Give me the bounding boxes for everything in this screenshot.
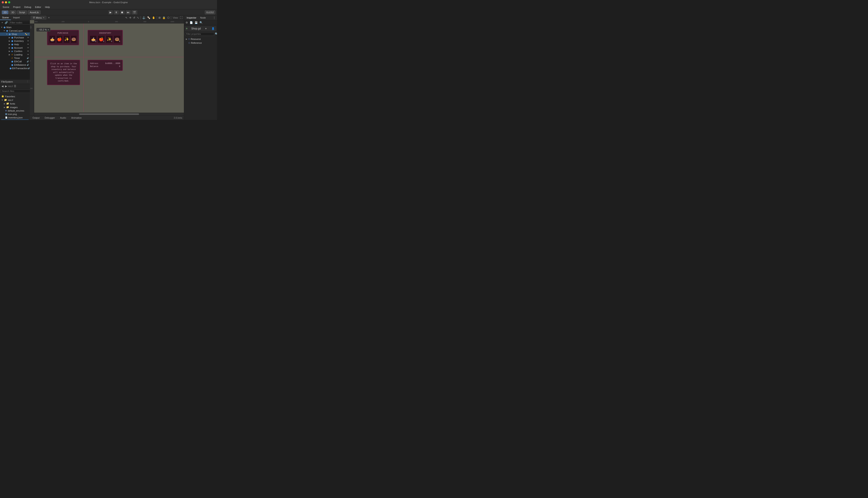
tab-output[interactable]: Output: [30, 116, 42, 119]
bone-tool[interactable]: 🦴: [146, 16, 151, 19]
link-button[interactable]: 🔗: [4, 21, 9, 25]
movie-button[interactable]: 🎬: [131, 10, 137, 14]
scroll-thumb-h[interactable]: [79, 113, 139, 115]
scrollbar-horizontal[interactable]: [34, 113, 184, 115]
filter-search-icon[interactable]: 🔍: [214, 32, 217, 36]
inspector-options[interactable]: ⋮: [212, 16, 216, 19]
zoom-in-icon[interactable]: +: [48, 28, 49, 31]
fs-search-input[interactable]: [1, 89, 33, 93]
close-button[interactable]: [2, 1, 4, 3]
fs-forward-button[interactable]: ▶: [4, 84, 8, 88]
purchase-item-0[interactable]: 🥧: [49, 36, 55, 43]
pause-button[interactable]: ⏸: [114, 10, 119, 14]
tree-item-ethbalance[interactable]: ▶ ⬤ EthBalance 🔊: [0, 63, 30, 67]
label-shop: Shop: [12, 33, 17, 36]
tree-item-timer[interactable]: ▶ ⏱ Timer 🔊: [0, 56, 30, 60]
scale-tool[interactable]: ⤡: [136, 16, 140, 19]
fs-item-default-env[interactable]: ⚙ default_env.tres: [1, 109, 29, 113]
fs-item-inventory-json[interactable]: 📄 inventory.json: [1, 116, 29, 119]
fonts-label: fonts: [10, 102, 15, 105]
tree-item-main[interactable]: ▼ ⬤ Main: [0, 26, 30, 29]
tree-item-help[interactable]: ▶ ⬤ Help 👁: [0, 43, 30, 46]
menu-editor[interactable]: Editor: [33, 5, 43, 9]
purchase-item-3[interactable]: 🍩: [71, 36, 77, 43]
group-tool[interactable]: ⬡: [167, 16, 170, 19]
tree-item-ethtransaction[interactable]: ▶ ⬤ EthTransaction 🔊: [0, 67, 30, 70]
tree-item-inventory[interactable]: ▶ ⬤ Inventory 👁: [0, 39, 30, 43]
select-tool[interactable]: ↖: [125, 16, 128, 19]
tree-item-canvaslayer[interactable]: ▼ ⬤ CanvasLayer: [0, 29, 30, 32]
pan-tool[interactable]: ✋: [151, 16, 156, 19]
tab-node[interactable]: Node: [199, 16, 207, 19]
tab-animation[interactable]: Animation: [69, 116, 84, 119]
grid-snap-tool[interactable]: ⊞: [158, 16, 161, 19]
res-label: res://: [8, 99, 13, 101]
tab-debugger[interactable]: Debugger: [42, 116, 58, 119]
stop-button[interactable]: ⏹: [119, 10, 125, 14]
filesystem-options[interactable]: ⋮: [26, 80, 29, 83]
fs-item-icon-png[interactable]: 🖼 icon.png: [1, 113, 29, 116]
play-button[interactable]: ▶: [108, 10, 113, 14]
filter-nodes-input[interactable]: [9, 21, 30, 25]
move-tool[interactable]: ✛: [129, 16, 132, 19]
inspector-person[interactable]: 👤: [211, 27, 215, 30]
tab-close-button[interactable]: ✕: [43, 16, 44, 19]
icon-ethcall: ⬤: [11, 60, 14, 63]
step-button[interactable]: ⏭: [126, 10, 131, 14]
inspector-back[interactable]: ⚙: [185, 21, 189, 25]
tab-import[interactable]: Import: [11, 15, 22, 20]
new-tab-button[interactable]: +: [48, 16, 50, 19]
fullscreen-view-button[interactable]: ⛶: [179, 16, 183, 19]
fullscreen-button[interactable]: [8, 1, 10, 3]
gles-label[interactable]: GLES2: [205, 11, 215, 14]
section-reference-label: Reference: [191, 42, 202, 44]
fs-item-fonts[interactable]: ▶ 📁 fonts: [1, 102, 29, 105]
canvas-tab-menu[interactable]: 🎬 Menu ✕: [31, 16, 46, 19]
center-v-line: [84, 24, 84, 112]
inspector-search-big[interactable]: 🔍: [199, 21, 203, 25]
tree-item-loading[interactable]: ▶ ⏱ Loading 👁: [0, 53, 30, 56]
tree-item-account[interactable]: ▶ ⬤ Account 👁: [0, 46, 30, 50]
add-node-button[interactable]: +: [1, 21, 4, 25]
fs-back-button[interactable]: ◀: [1, 84, 4, 88]
minimize-button[interactable]: [5, 1, 7, 3]
tab-scene[interactable]: Scene: [0, 15, 11, 20]
fs-item-images[interactable]: ▶ 📁 images: [1, 105, 29, 109]
tree-item-ethcall[interactable]: ▶ ⬤ EthCall 🔊: [0, 60, 30, 63]
section-reference[interactable]: ⬡ Reference: [185, 41, 216, 45]
lock-tool[interactable]: 🔒: [162, 16, 166, 19]
tree-item-purchase[interactable]: ▶ ⬤ Purchase 👁: [0, 36, 30, 39]
tab-inspector[interactable]: Inspector: [185, 16, 198, 19]
3d-button[interactable]: 3D: [9, 11, 16, 14]
inspector-header-toolbar: ⚙ 📄 💾 🔍: [184, 20, 217, 25]
purchase-item-1[interactable]: 🍎: [56, 36, 63, 43]
menu-help[interactable]: Help: [43, 5, 52, 9]
inspector-save[interactable]: 💾: [194, 21, 199, 25]
menu-scene[interactable]: Scene: [1, 5, 11, 9]
2d-button[interactable]: 2D: [2, 11, 9, 14]
section-resource[interactable]: ▶ ⬡ Resource: [185, 37, 216, 41]
inspector-file[interactable]: 📄: [189, 21, 193, 25]
fs-item-res[interactable]: ▼ 📁 res://: [1, 98, 29, 102]
fs-list-view-button[interactable]: ☰: [13, 84, 17, 88]
menu-debug[interactable]: Debug: [23, 5, 33, 9]
canvas-content[interactable]: - 63.2 % + PURCHASE 🥧 🍎: [34, 24, 184, 112]
tree-item-shop[interactable]: ▼ ⬤ Shop ✏️👁: [0, 32, 30, 36]
fs-item-menu-tscn[interactable]: 🎬 Menu.tscn: [1, 119, 29, 120]
rotate-tool[interactable]: ↺: [132, 16, 136, 19]
shop-dropdown[interactable]: ▾: [205, 27, 207, 30]
zoom-out-icon[interactable]: -: [38, 28, 39, 31]
menu-project[interactable]: Project: [11, 5, 22, 9]
tree-item-confirm[interactable]: ▶ ▣ Confirm 👁: [0, 50, 30, 53]
script-button[interactable]: Script: [17, 11, 27, 14]
anchor-tool[interactable]: ⚓: [142, 16, 146, 19]
filter-properties-input[interactable]: [185, 32, 214, 36]
traffic-lights[interactable]: [2, 1, 10, 3]
view-button[interactable]: View: [172, 16, 179, 19]
tab-audio[interactable]: Audio: [58, 116, 68, 119]
icon-timer: ⏱: [11, 56, 14, 60]
purchase-item-2[interactable]: ✨: [63, 36, 70, 43]
account-info-panel: Address 0x0000...0000 Balance 0: [88, 60, 123, 71]
assetlib-button[interactable]: AssetLib: [28, 11, 41, 14]
tab-menu-label: Menu: [36, 16, 42, 19]
